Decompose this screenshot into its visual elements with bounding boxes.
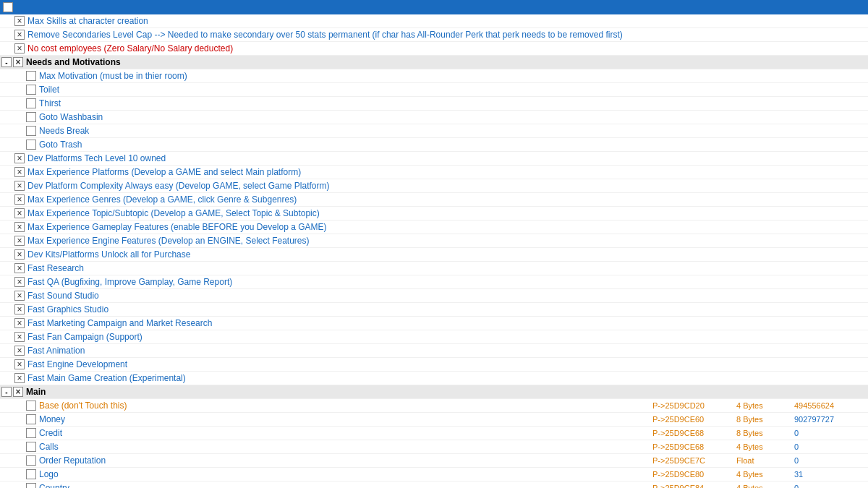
item-checkbox[interactable] — [26, 71, 36, 81]
table-row: Fast Research </span> </div> — [0, 262, 868, 275]
item-checkbox[interactable] — [26, 98, 36, 108]
table-row: No cost employees (Zero Salary/No Salary… — [0, 42, 868, 56]
data-checkbox[interactable] — [26, 428, 36, 438]
data-label: Money — [39, 414, 650, 424]
header-expand[interactable]: - — [3, 2, 13, 12]
item-checkbox[interactable] — [14, 16, 25, 26]
section-checkbox[interactable] — [13, 57, 23, 67]
table-row: Max Skills at character creation </span>… — [0, 14, 868, 28]
item-checkbox[interactable] — [14, 373, 25, 383]
item-label: Goto Washbasin — [39, 112, 861, 122]
item-label: Max Experience Platforms (Develop a GAME… — [27, 167, 861, 177]
item-checkbox[interactable] — [14, 332, 25, 342]
data-checkbox[interactable] — [26, 469, 36, 479]
table-row: Dev Platforms Tech Level 10 owned </span… — [0, 152, 868, 166]
section-expand-icon[interactable]: - — [1, 387, 12, 397]
table-row: Fast Sound Studio </span> </div> — [0, 289, 868, 303]
table-row: Max Motivation (must be in thier room) <… — [0, 69, 868, 83]
address-col: P->25D9CE80 — [650, 470, 736, 479]
section-checkbox[interactable] — [13, 387, 23, 397]
item-label: Max Experience Engine Features (Develop … — [27, 236, 861, 246]
main-container[interactable]: - Max Skills at character creation </spa… — [0, 0, 868, 488]
data-checkbox[interactable] — [26, 483, 36, 488]
value-col: 31 — [794, 470, 867, 479]
value-col: 902797727 — [794, 415, 867, 424]
section-expand-icon[interactable]: - — [1, 57, 12, 67]
address-col: P->25D9CE68 — [650, 429, 736, 437]
item-label: Fast Main Game Creation (Experimental) — [27, 373, 861, 383]
table-row: Max Experience Topic/Subtopic (Develop a… — [0, 207, 868, 221]
table-row: Goto Washbasin </span> </div> — [0, 111, 868, 124]
value-col: 494556624 — [794, 401, 867, 410]
section-label: Needs and Motivations — [26, 57, 121, 67]
table-row: - Needs and Motivations — [0, 56, 868, 69]
item-checkbox[interactable] — [26, 85, 36, 95]
item-label: Fast Research — [27, 263, 861, 273]
data-label: Order Reputation — [39, 455, 650, 466]
table-row: Toilet </span> </div> — [0, 83, 868, 97]
item-label: Goto Trash — [39, 140, 861, 150]
item-label: Thirst — [39, 98, 861, 108]
table-row: Thirst </span> </div> — [0, 97, 868, 111]
bytes-col: 4 Bytes — [736, 484, 794, 488]
bytes-col: 4 Bytes — [736, 442, 794, 451]
data-label: Credit — [39, 428, 650, 438]
address-col: P->25D9CD20 — [650, 401, 736, 410]
item-checkbox[interactable] — [14, 153, 25, 163]
item-checkbox[interactable] — [14, 318, 25, 328]
item-checkbox[interactable] — [14, 249, 25, 260]
table-row: Calls P->25D9CE68 4 Bytes 0 — [0, 440, 868, 454]
table-row: Fast Main Game Creation (Experimental) <… — [0, 372, 868, 385]
value-col: 0 — [794, 429, 867, 437]
table-row: Logo P->25D9CE80 4 Bytes 31 — [0, 468, 868, 481]
table-row: Max Experience Engine Features (Develop … — [0, 234, 868, 248]
table-row: Max Experience Gameplay Features (enable… — [0, 221, 868, 234]
item-label: Toilet — [39, 85, 861, 95]
table-row: Fast Animation </span> </div> — [0, 344, 868, 358]
data-label: Logo — [39, 469, 650, 479]
item-checkbox[interactable] — [14, 194, 25, 205]
item-label: Dev Kits/Platforms Unlock all for Purcha… — [27, 249, 861, 260]
address-col: P->25D9CE68 — [650, 442, 736, 451]
item-label: Fast Fan Campaign (Support) — [27, 332, 861, 342]
item-checkbox[interactable] — [14, 359, 25, 369]
item-checkbox[interactable] — [14, 304, 25, 314]
bytes-col: Float — [736, 456, 794, 465]
table-row: Max Experience Platforms (Develop a GAME… — [0, 166, 868, 179]
item-checkbox[interactable] — [14, 346, 25, 356]
item-label: Fast Graphics Studio — [27, 304, 861, 314]
item-checkbox[interactable] — [14, 291, 25, 301]
item-checkbox[interactable] — [14, 222, 25, 232]
item-checkbox[interactable] — [14, 236, 25, 246]
table-row: Needs Break </span> </div> — [0, 124, 868, 138]
item-checkbox[interactable] — [26, 126, 36, 136]
table-row: Country P->25D9CE84 4 Bytes 0 — [0, 481, 868, 488]
item-checkbox[interactable] — [14, 181, 25, 191]
item-checkbox[interactable] — [14, 208, 25, 218]
item-checkbox[interactable] — [14, 277, 25, 287]
table-row: Fast Marketing Campaign and Market Resea… — [0, 317, 868, 330]
data-checkbox[interactable] — [26, 414, 36, 424]
item-checkbox[interactable] — [14, 30, 25, 40]
item-label: Max Skills at character creation — [27, 16, 861, 26]
data-checkbox[interactable] — [26, 442, 36, 452]
item-label: Dev Platform Complexity Always easy (Dev… — [27, 181, 861, 191]
bytes-col: 8 Bytes — [736, 415, 794, 424]
data-checkbox[interactable] — [26, 401, 36, 411]
item-label: Remove Secondaries Level Cap --> Needed … — [27, 30, 861, 40]
item-checkbox[interactable] — [14, 43, 25, 53]
item-label: No cost employees (Zero Salary/No Salary… — [27, 43, 861, 53]
item-label: Fast Marketing Campaign and Market Resea… — [27, 318, 861, 328]
item-checkbox[interactable] — [14, 167, 25, 177]
data-label: Country — [39, 483, 650, 488]
table-row: - Main — [0, 385, 868, 399]
rows-container: Max Skills at character creation </span>… — [0, 14, 868, 488]
table-row: Remove Secondaries Level Cap --> Needed … — [0, 28, 868, 42]
item-label: Max Experience Topic/Subtopic (Develop a… — [27, 208, 861, 218]
item-checkbox[interactable] — [26, 140, 36, 150]
header-row: - — [0, 0, 868, 14]
item-checkbox[interactable] — [14, 263, 25, 273]
table-row: Fast Graphics Studio </span> </div> — [0, 303, 868, 317]
data-checkbox[interactable] — [26, 455, 36, 466]
item-checkbox[interactable] — [26, 112, 36, 122]
